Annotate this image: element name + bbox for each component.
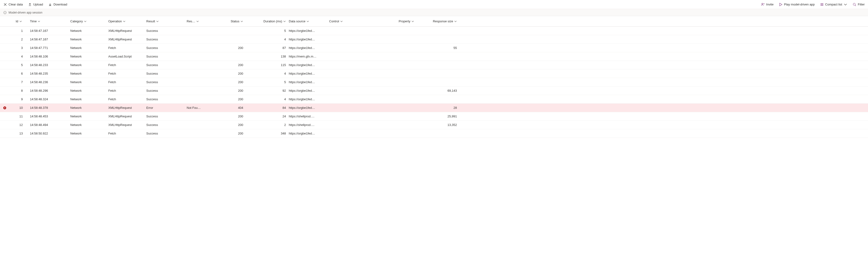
- cell-result: Success: [145, 29, 185, 33]
- cell-status: 200: [211, 72, 245, 75]
- cell-result: Error: [145, 106, 185, 110]
- cell-id: 5: [9, 63, 29, 67]
- col-header-response-size[interactable]: Response size: [415, 20, 458, 23]
- filter-button[interactable]: Filter: [852, 3, 865, 6]
- table-row[interactable]: 414:58:48.106NetworkAssetLoad.ScriptSucc…: [0, 52, 868, 61]
- cell-data-source: https://orgbe1fed…: [287, 97, 328, 101]
- col-header-duration[interactable]: Duration (ms): [245, 20, 287, 23]
- cell-duration: 4: [245, 37, 287, 41]
- view-mode-label: Compact list: [825, 3, 842, 6]
- cell-data-source: https://orgbe1fed…: [287, 132, 328, 135]
- col-label: Category: [70, 20, 83, 23]
- col-header-operation[interactable]: Operation: [107, 20, 145, 23]
- col-label: Control: [329, 20, 339, 23]
- cell-result: Success: [145, 63, 185, 67]
- cell-category: Network: [69, 89, 107, 92]
- upload-label: Upload: [33, 3, 43, 6]
- cell-duration: 115: [245, 63, 287, 67]
- cell-reason: Not Fou…: [185, 106, 211, 110]
- col-header-property[interactable]: Property: [368, 20, 415, 23]
- table-row[interactable]: 614:58:48.235NetworkFetchSuccess2004http…: [0, 69, 868, 78]
- toolbar-left: Clear data Upload Download: [3, 3, 67, 6]
- cell-time: 14:58:47.167: [29, 29, 69, 33]
- cell-id: 9: [9, 97, 29, 101]
- cell-result: Success: [145, 123, 185, 127]
- cell-data-source: https://orgbe1fed…: [287, 106, 328, 110]
- cell-id: 1: [9, 29, 29, 33]
- cell-time: 14:58:48.453: [29, 115, 69, 118]
- col-label: Data source: [289, 20, 305, 23]
- invite-button[interactable]: Invite: [761, 3, 773, 6]
- table-row[interactable]: 214:58:47.167NetworkXMLHttpRequestSucces…: [0, 35, 868, 44]
- table-row[interactable]: 714:58:48.236NetworkFetchSuccess2005http…: [0, 78, 868, 86]
- col-header-result-reason[interactable]: Res…: [185, 20, 211, 23]
- svg-point-1: [853, 3, 856, 5]
- chevron-down-icon: [84, 20, 87, 23]
- view-mode-dropdown[interactable]: Compact list: [820, 3, 847, 6]
- col-label: Result: [146, 20, 155, 23]
- svg-point-0: [762, 3, 763, 4]
- upload-button[interactable]: Upload: [28, 3, 43, 6]
- col-header-result[interactable]: Result: [145, 20, 185, 23]
- cell-operation: Fetch: [107, 80, 145, 84]
- cell-data-source: https://shellprod.…: [287, 115, 328, 118]
- table-row[interactable]: 114:58:47.167NetworkXMLHttpRequestSucces…: [0, 27, 868, 35]
- play-icon: [779, 3, 782, 6]
- cell-category: Network: [69, 97, 107, 101]
- col-header-control[interactable]: Control: [328, 20, 368, 23]
- cell-data-source: https://orgbe1fed…: [287, 63, 328, 67]
- invite-label: Invite: [766, 3, 773, 6]
- cell-duration: 87: [245, 46, 287, 50]
- table-row[interactable]: 1014:58:48.378NetworkXMLHttpRequestError…: [0, 104, 868, 112]
- table-row[interactable]: 1214:58:48.494NetworkXMLHttpRequestSucce…: [0, 121, 868, 129]
- table-row[interactable]: 914:58:48.324NetworkFetchSuccess2004http…: [0, 95, 868, 104]
- row-status-icon: [0, 106, 9, 110]
- table-row[interactable]: 514:58:48.233NetworkFetchSuccess200115ht…: [0, 61, 868, 69]
- cell-operation: Fetch: [107, 63, 145, 67]
- chevron-down-icon: [340, 20, 343, 23]
- cell-time: 14:58:48.378: [29, 106, 69, 110]
- cell-category: Network: [69, 72, 107, 75]
- cell-operation: Fetch: [107, 72, 145, 75]
- cell-result: Success: [145, 37, 185, 41]
- col-header-time[interactable]: Time: [29, 20, 69, 23]
- cell-category: Network: [69, 29, 107, 33]
- table-row[interactable]: 314:58:47.771NetworkFetchSuccess20087htt…: [0, 44, 868, 52]
- table-row[interactable]: 1114:58:48.453NetworkXMLHttpRequestSucce…: [0, 112, 868, 121]
- cell-result: Success: [145, 115, 185, 118]
- col-header-status[interactable]: Status: [211, 20, 245, 23]
- cell-result: Success: [145, 80, 185, 84]
- table-row[interactable]: 814:58:48.296NetworkFetchSuccess20092htt…: [0, 86, 868, 95]
- cell-id: 6: [9, 72, 29, 75]
- col-header-data-source[interactable]: Data source: [287, 20, 328, 23]
- download-button[interactable]: Download: [48, 3, 67, 6]
- cell-time: 14:58:48.324: [29, 97, 69, 101]
- cell-time: 14:58:48.236: [29, 80, 69, 84]
- cell-duration: 24: [245, 115, 287, 118]
- cell-status: 200: [211, 132, 245, 135]
- play-button[interactable]: Play model-driven app: [779, 3, 814, 6]
- cell-data-source: https://orgbe1fed…: [287, 80, 328, 84]
- cell-status: 200: [211, 89, 245, 92]
- col-header-id[interactable]: Id: [9, 20, 29, 23]
- close-icon: [3, 3, 7, 6]
- cell-result: Success: [145, 72, 185, 75]
- cell-time: 14:58:48.235: [29, 72, 69, 75]
- cell-time: 14:58:48.494: [29, 123, 69, 127]
- toolbar: Clear data Upload Download Invite Play m…: [0, 0, 868, 9]
- cell-response-size: 69,143: [415, 89, 458, 92]
- cell-operation: XMLHttpRequest: [107, 115, 145, 118]
- table-row[interactable]: 1314:58:50.922NetworkFetchSuccess200348h…: [0, 129, 868, 138]
- cell-status: 200: [211, 115, 245, 118]
- chevron-down-icon: [196, 20, 199, 23]
- cell-time: 14:58:48.233: [29, 63, 69, 67]
- cell-result: Success: [145, 55, 185, 58]
- cell-data-source: https://orgbe1fed…: [287, 46, 328, 50]
- clear-data-button[interactable]: Clear data: [3, 3, 23, 6]
- cell-duration: 5: [245, 29, 287, 33]
- cell-status: 200: [211, 80, 245, 84]
- cell-data-source: https://mem.gfx.m…: [287, 55, 328, 58]
- cell-operation: XMLHttpRequest: [107, 106, 145, 110]
- cell-operation: XMLHttpRequest: [107, 29, 145, 33]
- col-header-category[interactable]: Category: [69, 20, 107, 23]
